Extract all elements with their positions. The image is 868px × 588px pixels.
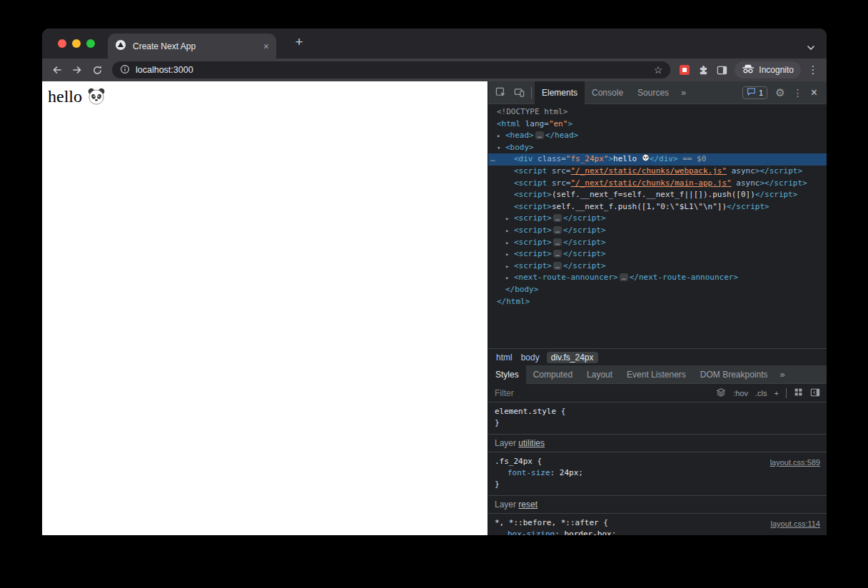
- dom-tree-line[interactable]: <script src="/_next/static/chunks/main-a…: [488, 178, 827, 190]
- dom-tree-line[interactable]: </html>: [488, 296, 827, 308]
- extensions-puzzle-icon[interactable]: [695, 61, 712, 78]
- dom-tree-line[interactable]: ▸<script>…</script>: [488, 213, 827, 225]
- dom-token: </script>: [563, 238, 606, 247]
- node-menu-dots[interactable]: …: [490, 153, 496, 166]
- dom-tree-line[interactable]: <script>self.__next_f.push([1,"0:\"$L1\"…: [488, 201, 827, 213]
- css-property[interactable]: box-sizing: border-box;: [495, 529, 820, 535]
- devtools-panel: ElementsConsoleSources » 1 ⚙ ⋮ × <!DOCTY…: [488, 81, 827, 535]
- css-file-link[interactable]: layout.css:589: [770, 457, 820, 468]
- dom-tree-line[interactable]: <script src="/_next/static/chunks/webpac…: [488, 166, 827, 178]
- browser-tab[interactable]: Create Next App ×: [108, 34, 276, 59]
- element-classes-button[interactable]: .cls: [755, 389, 767, 397]
- devtools-settings-icon[interactable]: ⚙: [775, 87, 784, 98]
- breadcrumb-item[interactable]: div.fs_24px: [547, 352, 598, 363]
- dom-tree-line[interactable]: ▸<script>…</script>: [488, 225, 827, 237]
- dom-token: <script>: [514, 190, 552, 199]
- tab-search-chevron-icon[interactable]: [807, 41, 815, 54]
- bookmark-star-icon[interactable]: ☆: [654, 65, 663, 75]
- forward-button[interactable]: [68, 61, 86, 79]
- dom-token: <script>: [514, 225, 552, 235]
- dom-tree-line[interactable]: <!DOCTYPE html>: [488, 106, 827, 118]
- dom-token: </head>: [545, 131, 578, 140]
- device-toolbar-icon[interactable]: [510, 83, 528, 102]
- dom-token: <script>: [514, 238, 552, 247]
- minimize-window-button[interactable]: [72, 39, 81, 48]
- tab-close-icon[interactable]: ×: [263, 41, 269, 51]
- devtools-close-icon[interactable]: ×: [811, 87, 817, 98]
- dom-token: </script>: [760, 166, 802, 176]
- extension-icon[interactable]: [676, 61, 693, 78]
- tree-expand-arrow[interactable]: ▸: [497, 130, 505, 142]
- address-bar[interactable]: localhost:3000 ☆: [112, 61, 670, 78]
- css-property[interactable]: font-size: 24px;: [495, 467, 820, 479]
- layer-link[interactable]: reset: [518, 500, 538, 510]
- dom-tree-line[interactable]: <script>(self.__next_f=self.__next_f||[]…: [488, 189, 827, 201]
- layer-link[interactable]: utilities: [518, 438, 545, 448]
- tab-computed[interactable]: Computed: [526, 365, 580, 384]
- css-layers-icon[interactable]: [716, 387, 726, 399]
- tab-sources[interactable]: Sources: [630, 81, 676, 104]
- dom-token: …: [553, 214, 562, 222]
- breadcrumb-item[interactable]: html: [496, 353, 513, 363]
- dom-tree-line[interactable]: ▸<script>…</script>: [488, 260, 827, 273]
- dom-token: lang=: [520, 119, 549, 128]
- tree-expand-arrow[interactable]: ▸: [505, 260, 514, 273]
- tab-layout[interactable]: Layout: [580, 365, 620, 384]
- rule-selector[interactable]: element.style {: [495, 406, 820, 417]
- back-button[interactable]: [48, 61, 66, 79]
- tree-expand-arrow[interactable]: ▸: [505, 248, 514, 260]
- dom-token: <script>: [514, 261, 552, 270]
- computed-sidebar-toggle-icon[interactable]: [810, 387, 820, 399]
- new-style-rule-button[interactable]: +: [774, 389, 779, 397]
- devtools-menu-icon[interactable]: ⋮: [793, 88, 803, 98]
- dom-tree-line[interactable]: ▸<head>…</head>: [488, 130, 827, 142]
- page-greeting: hello: [48, 87, 82, 106]
- dom-token: …: [553, 250, 562, 258]
- browser-menu-icon[interactable]: ⋮: [805, 64, 821, 76]
- inspect-element-icon[interactable]: [491, 83, 510, 102]
- tab-dom-breakpoints[interactable]: DOM Breakpoints: [693, 365, 775, 384]
- dom-tree-line[interactable]: …<div class="fs_24px">hello </div> == $0: [488, 153, 827, 166]
- tree-collapse-arrow[interactable]: ▾: [497, 142, 505, 154]
- grid-overlay-icon[interactable]: [794, 387, 803, 398]
- toggle-element-state-button[interactable]: :hov: [733, 389, 748, 397]
- dom-token: <!DOCTYPE html>: [497, 107, 567, 116]
- dom-token: <next-route-announcer>: [514, 273, 618, 282]
- dom-token: "/_next/static/chunks/webpack.js": [570, 166, 727, 176]
- dom-token: </script>: [563, 225, 606, 235]
- console-messages-badge[interactable]: 1: [742, 86, 767, 99]
- dom-tree-line[interactable]: ▾<body>: [488, 142, 827, 154]
- tree-expand-arrow[interactable]: ▸: [505, 225, 514, 237]
- zoom-window-button[interactable]: [86, 39, 95, 48]
- open-brace: {: [599, 518, 608, 527]
- close-window-button[interactable]: [58, 39, 66, 48]
- css-file-link[interactable]: layout.css:114: [770, 518, 820, 529]
- tree-expand-arrow[interactable]: ▸: [505, 272, 514, 284]
- dom-token: </script>: [727, 202, 769, 211]
- dom-tree-line[interactable]: ▸<script>…</script>: [488, 237, 827, 249]
- tree-expand-arrow[interactable]: ▸: [505, 213, 514, 225]
- tab-event-listeners[interactable]: Event Listeners: [620, 365, 693, 384]
- style-rule: layout.css:114*, *::before, *::after {bo…: [488, 514, 827, 535]
- incognito-icon: [742, 64, 755, 76]
- dom-tree-line[interactable]: </body>: [488, 284, 827, 296]
- tree-expand-arrow[interactable]: ▸: [505, 237, 514, 249]
- tab-console[interactable]: Console: [585, 81, 630, 104]
- side-panel-icon[interactable]: [713, 61, 730, 78]
- incognito-badge: Incognito: [735, 61, 801, 78]
- dom-tree-line[interactable]: ▸<script>…</script>: [488, 248, 827, 260]
- dom-token: "fs_24px": [566, 154, 609, 163]
- reload-button[interactable]: [88, 61, 106, 79]
- tab-elements[interactable]: Elements: [535, 81, 585, 104]
- dom-tree-line[interactable]: ▸<next-route-announcer>…</next-route-ann…: [488, 272, 827, 284]
- styles-more-tabs-button[interactable]: »: [775, 369, 790, 380]
- tab-styles[interactable]: Styles: [488, 365, 526, 384]
- dom-tree-line[interactable]: <html lang="en">: [488, 118, 827, 131]
- styles-filter-input[interactable]: [495, 388, 710, 398]
- dom-token: <head>: [505, 131, 534, 140]
- site-info-icon[interactable]: [120, 64, 130, 76]
- styles-tab-list: StylesComputedLayoutEvent ListenersDOM B…: [488, 365, 827, 384]
- more-tabs-button[interactable]: »: [676, 87, 691, 98]
- new-tab-button[interactable]: +: [291, 35, 308, 52]
- breadcrumb-item[interactable]: body: [521, 353, 540, 363]
